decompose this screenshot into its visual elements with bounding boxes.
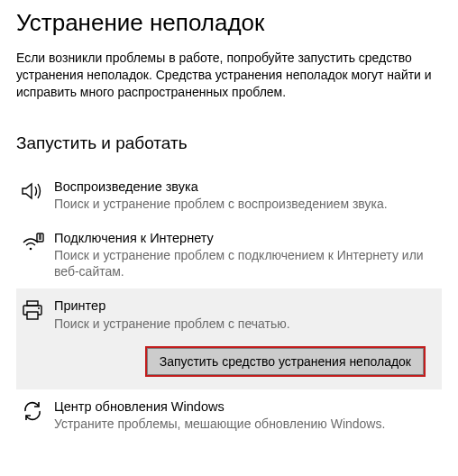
- item-title: Воспроизведение звука: [54, 178, 435, 195]
- section-title: Запустить и работать: [16, 133, 442, 153]
- item-desc: Поиск и устранение проблем с печатью.: [54, 316, 435, 332]
- item-desc: Устраните проблемы, мешающие обновлению …: [54, 416, 435, 432]
- intro-text: Если возникли проблемы в работе, попробу…: [16, 50, 440, 101]
- item-body: Подключения к Интернету Поиск и устранен…: [54, 230, 435, 280]
- troubleshoot-item-printer[interactable]: Принтер Поиск и устранение проблем с печ…: [16, 288, 442, 389]
- item-title: Принтер: [54, 298, 435, 314]
- item-desc: Поиск и устранение проблем с воспроизвед…: [54, 196, 435, 212]
- item-body: Принтер Поиск и устранение проблем с печ…: [54, 298, 435, 331]
- svg-rect-7: [27, 312, 38, 319]
- troubleshoot-item-sound[interactable]: Воспроизведение звука Поиск и устранение…: [16, 169, 442, 221]
- troubleshoot-item-internet[interactable]: Подключения к Интернету Поиск и устранен…: [16, 221, 442, 289]
- page-title: Устранение неполадок: [16, 9, 442, 37]
- svg-rect-5: [27, 301, 38, 306]
- sound-icon: [18, 178, 47, 204]
- update-icon: [18, 398, 47, 424]
- wifi-icon: [18, 230, 47, 255]
- printer-icon: [18, 298, 47, 323]
- svg-point-8: [38, 307, 40, 309]
- run-troubleshooter-button[interactable]: Запустить средство устранения неполадок: [145, 346, 426, 377]
- item-desc: Поиск и устранение проблем с подключение…: [54, 247, 435, 279]
- item-title: Центр обновления Windows: [54, 398, 435, 415]
- troubleshoot-item-update[interactable]: Центр обновления Windows Устраните пробл…: [16, 389, 442, 441]
- item-body: Центр обновления Windows Устраните пробл…: [54, 398, 435, 432]
- item-title: Подключения к Интернету: [54, 230, 435, 246]
- troubleshoot-page: Устранение неполадок Если возникли пробл…: [0, 0, 458, 441]
- run-button-wrap: Запустить средство устранения неполадок: [18, 346, 435, 377]
- item-body: Воспроизведение звука Поиск и устранение…: [54, 178, 435, 212]
- svg-point-0: [30, 248, 32, 251]
